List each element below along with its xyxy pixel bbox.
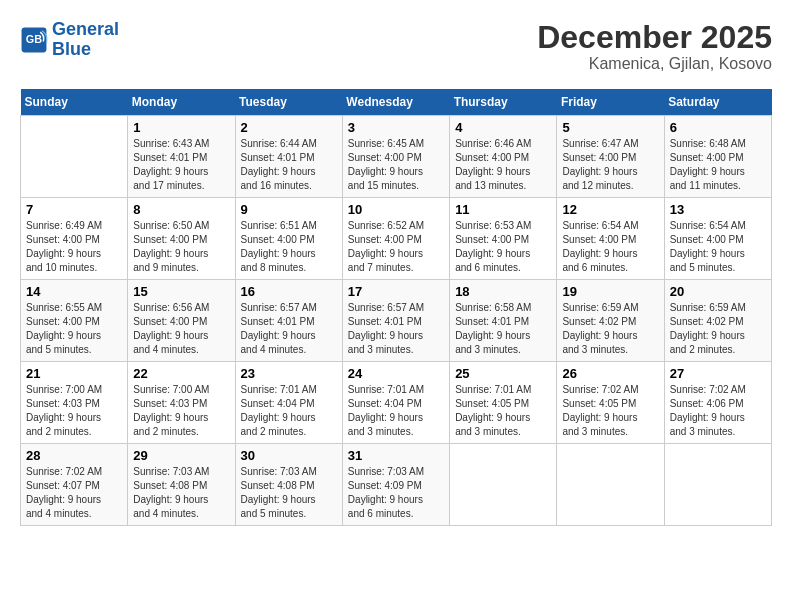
header-thursday: Thursday bbox=[450, 89, 557, 116]
day-info: Sunrise: 7:03 AMSunset: 4:08 PMDaylight:… bbox=[133, 465, 229, 521]
day-number: 10 bbox=[348, 202, 444, 217]
calendar-cell: 1Sunrise: 6:43 AMSunset: 4:01 PMDaylight… bbox=[128, 116, 235, 198]
calendar-cell: 8Sunrise: 6:50 AMSunset: 4:00 PMDaylight… bbox=[128, 198, 235, 280]
day-info: Sunrise: 6:59 AMSunset: 4:02 PMDaylight:… bbox=[562, 301, 658, 357]
day-number: 11 bbox=[455, 202, 551, 217]
day-info: Sunrise: 6:57 AMSunset: 4:01 PMDaylight:… bbox=[348, 301, 444, 357]
calendar-cell: 25Sunrise: 7:01 AMSunset: 4:05 PMDayligh… bbox=[450, 362, 557, 444]
day-number: 23 bbox=[241, 366, 337, 381]
day-info: Sunrise: 7:02 AMSunset: 4:07 PMDaylight:… bbox=[26, 465, 122, 521]
calendar-cell: 4Sunrise: 6:46 AMSunset: 4:00 PMDaylight… bbox=[450, 116, 557, 198]
calendar-cell: 10Sunrise: 6:52 AMSunset: 4:00 PMDayligh… bbox=[342, 198, 449, 280]
calendar-cell: 14Sunrise: 6:55 AMSunset: 4:00 PMDayligh… bbox=[21, 280, 128, 362]
day-info: Sunrise: 6:53 AMSunset: 4:00 PMDaylight:… bbox=[455, 219, 551, 275]
calendar-week-row: 21Sunrise: 7:00 AMSunset: 4:03 PMDayligh… bbox=[21, 362, 772, 444]
header-tuesday: Tuesday bbox=[235, 89, 342, 116]
day-number: 17 bbox=[348, 284, 444, 299]
calendar-cell: 15Sunrise: 6:56 AMSunset: 4:00 PMDayligh… bbox=[128, 280, 235, 362]
calendar-cell: 28Sunrise: 7:02 AMSunset: 4:07 PMDayligh… bbox=[21, 444, 128, 526]
day-info: Sunrise: 6:52 AMSunset: 4:00 PMDaylight:… bbox=[348, 219, 444, 275]
day-info: Sunrise: 6:51 AMSunset: 4:00 PMDaylight:… bbox=[241, 219, 337, 275]
day-info: Sunrise: 6:57 AMSunset: 4:01 PMDaylight:… bbox=[241, 301, 337, 357]
day-info: Sunrise: 6:48 AMSunset: 4:00 PMDaylight:… bbox=[670, 137, 766, 193]
day-info: Sunrise: 7:00 AMSunset: 4:03 PMDaylight:… bbox=[133, 383, 229, 439]
calendar-subtitle: Kamenica, Gjilan, Kosovo bbox=[537, 55, 772, 73]
day-info: Sunrise: 7:01 AMSunset: 4:04 PMDaylight:… bbox=[348, 383, 444, 439]
day-number: 4 bbox=[455, 120, 551, 135]
calendar-cell: 29Sunrise: 7:03 AMSunset: 4:08 PMDayligh… bbox=[128, 444, 235, 526]
title-block: December 2025 Kamenica, Gjilan, Kosovo bbox=[537, 20, 772, 73]
calendar-cell: 7Sunrise: 6:49 AMSunset: 4:00 PMDaylight… bbox=[21, 198, 128, 280]
logo-icon: GB bbox=[20, 26, 48, 54]
day-info: Sunrise: 7:02 AMSunset: 4:06 PMDaylight:… bbox=[670, 383, 766, 439]
calendar-cell: 31Sunrise: 7:03 AMSunset: 4:09 PMDayligh… bbox=[342, 444, 449, 526]
day-number: 26 bbox=[562, 366, 658, 381]
calendar-cell: 26Sunrise: 7:02 AMSunset: 4:05 PMDayligh… bbox=[557, 362, 664, 444]
day-number: 22 bbox=[133, 366, 229, 381]
calendar-cell bbox=[21, 116, 128, 198]
day-info: Sunrise: 7:03 AMSunset: 4:08 PMDaylight:… bbox=[241, 465, 337, 521]
calendar-cell: 24Sunrise: 7:01 AMSunset: 4:04 PMDayligh… bbox=[342, 362, 449, 444]
calendar-cell: 16Sunrise: 6:57 AMSunset: 4:01 PMDayligh… bbox=[235, 280, 342, 362]
day-info: Sunrise: 7:01 AMSunset: 4:04 PMDaylight:… bbox=[241, 383, 337, 439]
calendar-cell: 9Sunrise: 6:51 AMSunset: 4:00 PMDaylight… bbox=[235, 198, 342, 280]
day-info: Sunrise: 6:46 AMSunset: 4:00 PMDaylight:… bbox=[455, 137, 551, 193]
header-sunday: Sunday bbox=[21, 89, 128, 116]
logo: GB General Blue bbox=[20, 20, 119, 60]
day-info: Sunrise: 6:54 AMSunset: 4:00 PMDaylight:… bbox=[670, 219, 766, 275]
day-number: 27 bbox=[670, 366, 766, 381]
day-info: Sunrise: 6:47 AMSunset: 4:00 PMDaylight:… bbox=[562, 137, 658, 193]
day-number: 2 bbox=[241, 120, 337, 135]
header-wednesday: Wednesday bbox=[342, 89, 449, 116]
day-number: 18 bbox=[455, 284, 551, 299]
calendar-cell: 30Sunrise: 7:03 AMSunset: 4:08 PMDayligh… bbox=[235, 444, 342, 526]
calendar-cell: 11Sunrise: 6:53 AMSunset: 4:00 PMDayligh… bbox=[450, 198, 557, 280]
day-number: 31 bbox=[348, 448, 444, 463]
header-monday: Monday bbox=[128, 89, 235, 116]
calendar-table: SundayMondayTuesdayWednesdayThursdayFrid… bbox=[20, 89, 772, 526]
day-number: 1 bbox=[133, 120, 229, 135]
day-info: Sunrise: 7:02 AMSunset: 4:05 PMDaylight:… bbox=[562, 383, 658, 439]
day-number: 3 bbox=[348, 120, 444, 135]
calendar-cell bbox=[664, 444, 771, 526]
day-info: Sunrise: 7:00 AMSunset: 4:03 PMDaylight:… bbox=[26, 383, 122, 439]
day-info: Sunrise: 6:55 AMSunset: 4:00 PMDaylight:… bbox=[26, 301, 122, 357]
calendar-cell bbox=[450, 444, 557, 526]
day-number: 12 bbox=[562, 202, 658, 217]
day-info: Sunrise: 6:50 AMSunset: 4:00 PMDaylight:… bbox=[133, 219, 229, 275]
day-number: 20 bbox=[670, 284, 766, 299]
header-friday: Friday bbox=[557, 89, 664, 116]
calendar-cell: 13Sunrise: 6:54 AMSunset: 4:00 PMDayligh… bbox=[664, 198, 771, 280]
calendar-week-row: 14Sunrise: 6:55 AMSunset: 4:00 PMDayligh… bbox=[21, 280, 772, 362]
day-info: Sunrise: 6:58 AMSunset: 4:01 PMDaylight:… bbox=[455, 301, 551, 357]
day-number: 14 bbox=[26, 284, 122, 299]
svg-text:GB: GB bbox=[26, 33, 42, 45]
day-info: Sunrise: 7:03 AMSunset: 4:09 PMDaylight:… bbox=[348, 465, 444, 521]
day-info: Sunrise: 6:49 AMSunset: 4:00 PMDaylight:… bbox=[26, 219, 122, 275]
day-number: 16 bbox=[241, 284, 337, 299]
day-number: 29 bbox=[133, 448, 229, 463]
day-number: 5 bbox=[562, 120, 658, 135]
calendar-week-row: 28Sunrise: 7:02 AMSunset: 4:07 PMDayligh… bbox=[21, 444, 772, 526]
calendar-cell: 27Sunrise: 7:02 AMSunset: 4:06 PMDayligh… bbox=[664, 362, 771, 444]
day-number: 15 bbox=[133, 284, 229, 299]
logo-line2: Blue bbox=[52, 39, 91, 59]
day-number: 25 bbox=[455, 366, 551, 381]
day-info: Sunrise: 6:44 AMSunset: 4:01 PMDaylight:… bbox=[241, 137, 337, 193]
header-saturday: Saturday bbox=[664, 89, 771, 116]
calendar-cell: 2Sunrise: 6:44 AMSunset: 4:01 PMDaylight… bbox=[235, 116, 342, 198]
logo-line1: General bbox=[52, 19, 119, 39]
day-number: 24 bbox=[348, 366, 444, 381]
calendar-cell: 19Sunrise: 6:59 AMSunset: 4:02 PMDayligh… bbox=[557, 280, 664, 362]
calendar-cell bbox=[557, 444, 664, 526]
day-number: 13 bbox=[670, 202, 766, 217]
calendar-cell: 6Sunrise: 6:48 AMSunset: 4:00 PMDaylight… bbox=[664, 116, 771, 198]
day-number: 30 bbox=[241, 448, 337, 463]
calendar-week-row: 1Sunrise: 6:43 AMSunset: 4:01 PMDaylight… bbox=[21, 116, 772, 198]
day-info: Sunrise: 6:43 AMSunset: 4:01 PMDaylight:… bbox=[133, 137, 229, 193]
day-number: 9 bbox=[241, 202, 337, 217]
day-number: 6 bbox=[670, 120, 766, 135]
day-number: 8 bbox=[133, 202, 229, 217]
day-info: Sunrise: 6:59 AMSunset: 4:02 PMDaylight:… bbox=[670, 301, 766, 357]
calendar-cell: 5Sunrise: 6:47 AMSunset: 4:00 PMDaylight… bbox=[557, 116, 664, 198]
